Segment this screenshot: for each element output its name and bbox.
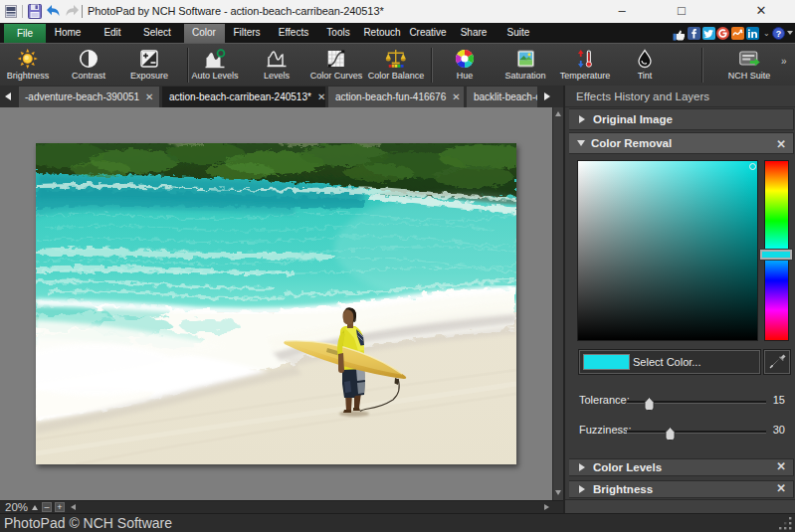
svg-text:?: ? [776, 29, 782, 39]
